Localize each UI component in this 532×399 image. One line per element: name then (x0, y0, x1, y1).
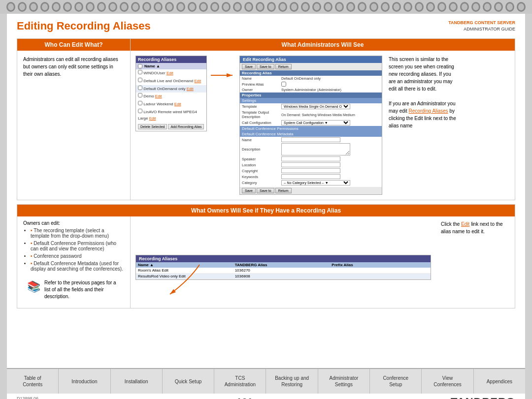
copyright-input[interactable] (281, 168, 340, 173)
owner-tandberg-1: 1036270 (235, 268, 332, 273)
spiral-ring (142, 2, 151, 12)
save-to-bottom-button[interactable]: Save to (257, 188, 274, 193)
form-bottom-buttons: Save Save to Return (240, 187, 382, 194)
bottom-content: Owners can edit: • The recording templat… (17, 216, 515, 308)
preview-checkbox[interactable] (281, 82, 286, 87)
properties-section: Properties (240, 92, 382, 98)
spiral-ring (188, 2, 197, 12)
doc-info: D13898.06 MAY 2008 (17, 396, 38, 399)
nav-appendices[interactable]: Appendices (474, 369, 525, 394)
template-output-label: Template Output Description (242, 110, 281, 119)
spiral-ring (403, 2, 412, 12)
admin-instructions-text: This screen is similar to the screen you… (386, 56, 460, 129)
nav-administrator-settings[interactable]: AdministratorSettings (318, 369, 370, 394)
prev-page-arrow[interactable]: ◄ (224, 397, 233, 399)
location-input[interactable] (281, 162, 340, 167)
alias-row-6: LinAVO Remote wired MPEG4 Large Edit (136, 108, 206, 123)
return-button[interactable]: Return (275, 64, 292, 69)
spiral-ring (74, 2, 83, 12)
row4-checkbox[interactable] (138, 93, 142, 97)
template-label: Template (242, 104, 281, 109)
settings-subsection: Settings (240, 98, 382, 103)
spiral-ring (346, 2, 355, 12)
alias-edit-2[interactable]: Edit (194, 79, 201, 83)
alias-edit-4[interactable]: Edit (155, 94, 162, 98)
recording-aliases-title: Recording Aliases (136, 56, 206, 63)
category-label: Category (242, 181, 281, 185)
alias-edit-1[interactable]: Edit (166, 71, 173, 75)
call-config-select[interactable]: System Call Configuration ▼ (281, 120, 350, 125)
keywords-input[interactable] (281, 174, 340, 179)
spiral-ring (108, 2, 117, 12)
spiral-ring (18, 2, 27, 12)
book-icon: 📚 (27, 279, 40, 295)
name-value: Default OnDemand only (281, 76, 380, 81)
doc-id: D13898.06 (17, 396, 38, 399)
row6-checkbox[interactable] (138, 109, 142, 113)
alias-edit-5[interactable]: Edit (174, 102, 181, 106)
owners-screenshot-area: Recording Aliases Name ▲ TANDBERG Alias … (131, 216, 436, 308)
alias-name-4: Demo (143, 94, 155, 98)
save-to-button[interactable]: Save to (257, 64, 274, 69)
nav-backing-up[interactable]: Backing up andRestoring (266, 369, 318, 394)
spiral-ring (29, 2, 38, 12)
add-recording-alias-button[interactable]: Add Recording Alias (168, 124, 204, 129)
navigation-bar: Table ofContents Introduction Installati… (7, 368, 525, 394)
category-select[interactable]: -- No Category Selected -- ▼ (281, 180, 350, 185)
spiral-ring (312, 2, 321, 12)
alias-name-2: Default Live and OnDemand (143, 79, 194, 83)
spiral-ring (120, 2, 129, 12)
nav-installation[interactable]: Installation (111, 369, 163, 394)
nav-introduction[interactable]: Introduction (59, 369, 110, 394)
next-page-arrow[interactable]: ► (257, 397, 266, 399)
alias-edit-6[interactable]: Edit (149, 116, 156, 121)
metadata-name-input[interactable] (281, 137, 340, 142)
spiral-ring (154, 2, 163, 12)
row2-checkbox[interactable] (138, 78, 142, 82)
bullet-3-text: Conference password (33, 253, 81, 259)
nav-view-conferences[interactable]: ViewConferences (422, 369, 473, 394)
spiral-ring (165, 2, 174, 12)
nav-tcs-administration[interactable]: TCSAdministration (214, 369, 266, 394)
footer-brand: TANDBERG (451, 396, 515, 399)
page-footer: D13898.06 MAY 2008 ◄ 101 ► TANDBERG (7, 394, 525, 399)
spiral-ring (460, 2, 469, 12)
alias-name-6: LinAVO Remote wired MPEG4 Large (138, 110, 197, 121)
spiral-ring (381, 2, 390, 12)
row5-checkbox[interactable] (138, 101, 142, 105)
bullet-3: • Conference password (31, 253, 124, 259)
template-select[interactable]: Windows Media Single On Demand Only (281, 104, 350, 109)
metadata-subsection: Default Conference Metadata (240, 131, 382, 137)
row1-checkbox[interactable] (138, 70, 142, 74)
spiral-ring (324, 2, 332, 12)
speaker-input[interactable] (281, 156, 340, 161)
save-button[interactable]: Save (242, 64, 256, 69)
name-row: Name Default OnDemand only (240, 76, 382, 81)
row3-checkbox[interactable] (138, 86, 142, 90)
spiral-ring (222, 2, 231, 12)
nav-table-of-contents[interactable]: Table ofContents (7, 369, 59, 394)
spiral-ring (471, 2, 480, 12)
description-row: Description (240, 143, 382, 156)
alias-edit-3[interactable]: Edit (187, 87, 194, 91)
nav-quick-setup[interactable]: Quick Setup (163, 369, 214, 394)
alias-row-2: Default Live and OnDemand Edit (136, 77, 206, 85)
return-bottom-button[interactable]: Return (275, 188, 292, 193)
delete-selected-button[interactable]: Delete Selected (138, 124, 167, 129)
nav-conference-setup[interactable]: ConferenceSetup (370, 369, 422, 394)
alias-row-1: WINDOUser Edit (136, 69, 206, 77)
screenshots-area: Recording Aliases Name ▲ WINDOUser Edit … (131, 51, 515, 200)
keywords-row: Keywords (240, 174, 382, 180)
spiral-ring (63, 2, 72, 12)
alias-row-5: Ladvur Weekend Edit (136, 100, 206, 108)
owners-header: What Owners Will See if They Have a Reco… (17, 205, 515, 216)
save-bottom-button[interactable]: Save (242, 188, 256, 193)
alias-row-4: Demo Edit (136, 92, 206, 100)
description-textarea[interactable] (281, 143, 350, 155)
recording-aliases-link[interactable]: Recording Aliases (409, 108, 448, 114)
owners-bullets: • The recording template (select a templ… (31, 228, 124, 272)
copyright-row: Copyright (240, 168, 382, 174)
select-all-checkbox[interactable] (138, 64, 142, 68)
call-config-row: Call Configuration System Call Configura… (240, 120, 382, 126)
alias-name-1: WINDOUser (143, 71, 166, 75)
